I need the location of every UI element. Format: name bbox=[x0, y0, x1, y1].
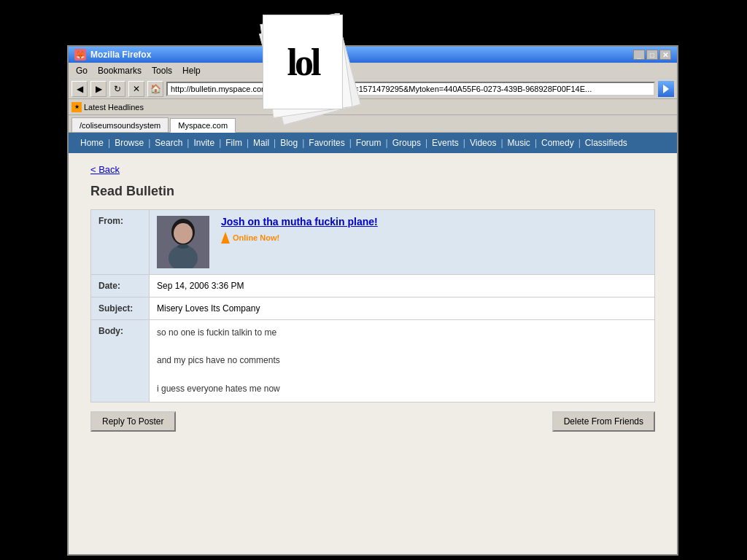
tabs-bar: /coliseumsoundsystem Myspace.com bbox=[69, 115, 677, 133]
body-content: so no one is fuckin talkin to me and my … bbox=[150, 320, 655, 402]
nav-forum[interactable]: Forum bbox=[352, 138, 386, 148]
toolbar: ◀ ▶ ↻ ✕ 🏠 bbox=[69, 79, 677, 99]
body-text: so no one is fuckin talkin to me and my … bbox=[157, 326, 647, 396]
avatar bbox=[157, 216, 209, 268]
svg-point-4 bbox=[177, 244, 189, 249]
address-bar bbox=[166, 81, 674, 97]
nav-music[interactable]: Music bbox=[503, 138, 535, 148]
body-line-2: and my pics have no comments bbox=[157, 354, 647, 368]
close-button[interactable]: ✕ bbox=[659, 50, 671, 60]
bookmark-label: Latest Headlines bbox=[84, 103, 144, 112]
maximize-button[interactable]: □ bbox=[646, 50, 658, 60]
body-row: Body: so no one is fuckin talkin to me a… bbox=[91, 320, 655, 402]
go-button[interactable] bbox=[658, 81, 674, 97]
subject-row: Subject: Misery Loves Its Company bbox=[91, 298, 655, 320]
url-input[interactable] bbox=[166, 82, 655, 96]
date-row: Date: Sep 14, 2006 3:36 PM bbox=[91, 275, 655, 298]
nav-blog[interactable]: Blog bbox=[276, 138, 302, 148]
home-button[interactable]: 🏠 bbox=[147, 81, 163, 97]
date-label: Date: bbox=[91, 275, 150, 298]
reply-to-poster-button[interactable]: Reply To Poster bbox=[90, 411, 176, 432]
browser-window: 🦊 Mozilla Firefox _ □ ✕ Go Bookmarks Too… bbox=[67, 45, 678, 556]
go-arrow-icon bbox=[663, 85, 669, 93]
main-content: < Back Read Bulletin From: bbox=[69, 153, 677, 443]
nav-favorites[interactable]: Favorites bbox=[304, 138, 349, 148]
from-content: Josh on tha mutha fuckin plane! Online N… bbox=[150, 210, 655, 275]
page-title: Read Bulletin bbox=[90, 184, 655, 199]
page-content: Home | Browse | Search | Invite | Film |… bbox=[69, 133, 677, 554]
bookmark-icon: ★ bbox=[71, 102, 82, 112]
online-label: Online Now! bbox=[233, 233, 279, 242]
menu-help[interactable]: Help bbox=[178, 64, 205, 77]
menu-bookmarks[interactable]: Bookmarks bbox=[93, 64, 146, 77]
subject-label: Subject: bbox=[91, 298, 150, 320]
nav-search[interactable]: Search bbox=[150, 138, 187, 148]
menu-bar: Go Bookmarks Tools Help bbox=[69, 63, 677, 79]
nav-mail[interactable]: Mail bbox=[249, 138, 274, 148]
nav-home[interactable]: Home bbox=[76, 138, 108, 148]
tab-myspace[interactable]: Myspace.com bbox=[170, 118, 236, 133]
tab-coliseum[interactable]: /coliseumsoundsystem bbox=[71, 117, 169, 132]
browser-icon: 🦊 bbox=[74, 49, 86, 61]
menu-go[interactable]: Go bbox=[71, 64, 92, 77]
nav-videos[interactable]: Videos bbox=[465, 138, 500, 148]
nav-classifieds[interactable]: Classifieds bbox=[581, 138, 632, 148]
from-label: From: bbox=[91, 210, 150, 275]
menu-tools[interactable]: Tools bbox=[147, 64, 177, 77]
nav-groups[interactable]: Groups bbox=[388, 138, 425, 148]
browser-title: Mozilla Firefox bbox=[90, 50, 151, 60]
bulletin-table: From: bbox=[90, 209, 655, 402]
sender-name[interactable]: Josh on tha mutha fuckin plane! bbox=[221, 216, 378, 228]
stop-button[interactable]: ✕ bbox=[128, 81, 144, 97]
nav-comedy[interactable]: Comedy bbox=[537, 138, 578, 148]
date-value: Sep 14, 2006 3:36 PM bbox=[150, 275, 655, 298]
delete-from-friends-button[interactable]: Delete From Friends bbox=[552, 411, 655, 432]
forward-button[interactable]: ▶ bbox=[90, 81, 107, 97]
window-controls: _ □ ✕ bbox=[633, 50, 671, 60]
online-icon bbox=[221, 232, 230, 244]
back-button[interactable]: ◀ bbox=[71, 81, 88, 97]
svg-point-2 bbox=[174, 223, 193, 244]
nav-events[interactable]: Events bbox=[427, 138, 463, 148]
title-bar: 🦊 Mozilla Firefox _ □ ✕ bbox=[69, 47, 677, 63]
bookmarks-bar: ★ Latest Headlines bbox=[69, 99, 677, 115]
buttons-row: Reply To Poster Delete From Friends bbox=[90, 411, 655, 432]
nav-film[interactable]: Film bbox=[221, 138, 247, 148]
nav-browse[interactable]: Browse bbox=[110, 138, 148, 148]
reload-button[interactable]: ↻ bbox=[109, 81, 125, 97]
nav-invite[interactable]: Invite bbox=[189, 138, 219, 148]
back-link[interactable]: < Back bbox=[90, 164, 120, 175]
latest-headlines-bookmark[interactable]: ★ Latest Headlines bbox=[71, 102, 144, 112]
minimize-button[interactable]: _ bbox=[633, 50, 645, 60]
body-line-3: i guess everyone hates me now bbox=[157, 382, 647, 396]
myspace-nav: Home | Browse | Search | Invite | Film |… bbox=[69, 133, 677, 153]
body-line-1: so no one is fuckin talkin to me bbox=[157, 326, 647, 340]
online-status: Online Now! bbox=[221, 232, 378, 244]
subject-value: Misery Loves Its Company bbox=[150, 298, 655, 320]
from-row: From: bbox=[91, 210, 655, 275]
body-label: Body: bbox=[91, 320, 150, 402]
